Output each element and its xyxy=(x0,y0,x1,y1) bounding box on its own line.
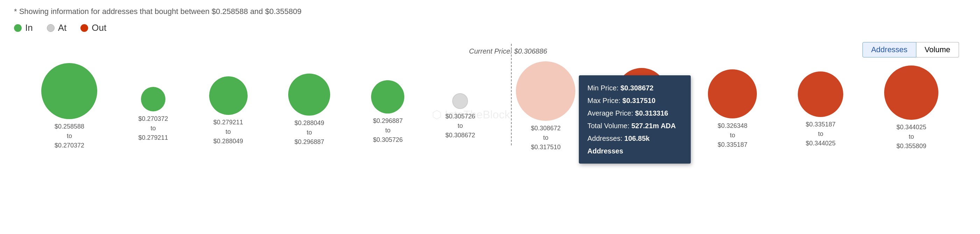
range-label-9: $0.326348to$0.335187 xyxy=(718,121,748,149)
range-label-5: $0.296887to$0.305726 xyxy=(373,116,402,145)
at-label: At xyxy=(58,22,67,33)
in-dot xyxy=(14,24,22,32)
out-dot xyxy=(80,24,88,32)
tooltip-total-vol: Total Volume: 527.21m ADA xyxy=(587,119,682,132)
chart-area: Current Price: $0.306886 ⬡ IntoTheBlock … xyxy=(14,44,966,191)
range-label-11: $0.344025to$0.355809 xyxy=(896,123,926,151)
bubble-1 xyxy=(41,63,97,119)
bubble-6 xyxy=(452,93,468,109)
current-price-label: Current Price: $0.306886 xyxy=(469,47,547,55)
range-label-4: $0.288049to$0.296887 xyxy=(294,119,324,147)
bubble-col-7: $0.308672to$0.317510 Min Price: $0.30867… xyxy=(516,61,575,152)
bubble-col-6: $0.305726to$0.308672 xyxy=(445,73,475,140)
out-label: Out xyxy=(92,22,106,33)
range-label-6: $0.305726to$0.308672 xyxy=(445,112,475,140)
bubble-col-3: $0.279211to$0.288049 xyxy=(209,67,248,146)
range-label-3: $0.279211to$0.288049 xyxy=(213,118,243,146)
legend-in: In xyxy=(14,22,33,33)
tooltip-max-price: Max Price: $0.317510 xyxy=(587,94,682,107)
bubble-col-9: $0.326348to$0.335187 xyxy=(708,64,757,149)
bubble-col-11: $0.344025to$0.355809 xyxy=(884,63,939,151)
bubble-col-1: $0.258588to$0.270372 xyxy=(41,63,97,150)
range-label-1: $0.258588to$0.270372 xyxy=(54,122,84,150)
bubble-5 xyxy=(371,80,404,114)
bubble-2 xyxy=(141,87,165,111)
legend-at: At xyxy=(47,22,67,33)
bubble-tooltip: Min Price: $0.308672 Max Price: $0.31751… xyxy=(579,75,691,163)
legend-out: Out xyxy=(80,22,106,33)
bubble-4 xyxy=(288,74,330,115)
bubble-col-2: $0.270372to$0.279211 xyxy=(138,71,168,143)
range-label-7: $0.308672to$0.317510 xyxy=(531,123,561,152)
legend: In At Out xyxy=(14,22,966,33)
bubble-3 xyxy=(209,76,248,115)
tooltip-avg-price: Average Price: $0.313316 xyxy=(587,107,682,119)
main-container: * Showing information for addresses that… xyxy=(0,0,980,198)
bubbles-row: $0.258588to$0.270372 $0.270372to$0.27921… xyxy=(14,61,966,152)
range-label-2: $0.270372to$0.279211 xyxy=(138,114,168,143)
bubble-9 xyxy=(708,69,757,119)
range-label-10: $0.335187to$0.344025 xyxy=(806,120,835,148)
at-dot xyxy=(47,24,54,32)
bubble-11 xyxy=(884,66,939,120)
bubble-col-4: $0.288049to$0.296887 xyxy=(288,67,330,147)
bubble-10 xyxy=(798,72,843,117)
bubble-col-10: $0.335187to$0.344025 xyxy=(798,65,843,148)
subtitle-text: * Showing information for addresses that… xyxy=(14,7,966,16)
in-label: In xyxy=(25,22,33,33)
bubble-7 xyxy=(516,61,575,121)
bubble-col-5: $0.296887to$0.305726 xyxy=(371,69,404,145)
tooltip-addresses: Addresses: 106.85k Addresses xyxy=(587,132,682,157)
tooltip-min-price: Min Price: $0.308672 xyxy=(587,82,682,94)
